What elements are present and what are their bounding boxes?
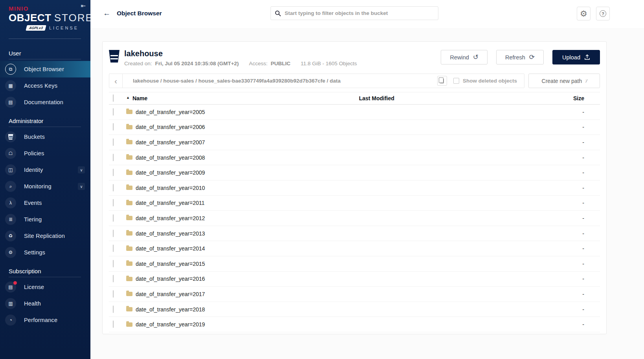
select-all-checkbox[interactable]	[113, 94, 114, 102]
folder-icon	[126, 125, 132, 129]
folder-icon	[126, 292, 132, 296]
folder-icon	[126, 261, 132, 266]
row-checkbox-cell	[109, 215, 126, 222]
sidebar-item-events[interactable]: λEvents	[0, 195, 90, 211]
sidebar-item-access-keys[interactable]: ▦Access Keys	[0, 77, 90, 94]
row-checkbox-cell	[109, 230, 126, 237]
row-checkbox[interactable]	[113, 260, 114, 267]
table-row[interactable]: date_of_transfer_year=2019-	[109, 317, 600, 332]
sidebar-item-identity[interactable]: ◫Identity∨	[0, 162, 90, 178]
bucket-shape	[8, 134, 13, 140]
row-checkbox[interactable]	[113, 320, 114, 328]
row-size-cell: -	[447, 230, 600, 237]
sidebar-collapse-icon[interactable]: ⇤	[81, 2, 86, 9]
created-on-value: Fri, Jul 05 2024 10:35:08 (GMT+2)	[155, 61, 239, 66]
table-row[interactable]: date_of_transfer_year=2007-	[109, 135, 600, 150]
object-name: date_of_transfer_year=2009	[136, 169, 205, 176]
table-row[interactable]: date_of_transfer_year=2015-	[109, 256, 600, 272]
row-checkbox[interactable]	[113, 230, 114, 237]
row-name-cell: date_of_transfer_year=2008	[126, 155, 306, 161]
chevron-down-icon[interactable]: ∨	[78, 166, 85, 173]
filter-objects-searchbox[interactable]	[270, 6, 438, 20]
column-header-last-modified[interactable]: Last Modified	[306, 95, 447, 101]
row-checkbox-cell	[109, 154, 126, 161]
row-checkbox-cell	[109, 245, 126, 252]
column-header-name[interactable]: ▲ Name	[126, 95, 306, 101]
upload-button-label: Upload	[562, 54, 580, 61]
table-row[interactable]: date_of_transfer_year=2006-	[109, 120, 600, 135]
row-checkbox[interactable]	[113, 123, 114, 131]
row-checkbox[interactable]	[113, 214, 114, 222]
row-checkbox[interactable]	[113, 290, 114, 298]
column-header-size[interactable]: Size	[447, 95, 600, 101]
sidebar-section-subscription: Subscription	[0, 261, 90, 277]
row-checkbox[interactable]	[113, 306, 114, 313]
table-row[interactable]: date_of_transfer_year=2011-	[109, 196, 600, 211]
folder-icon	[126, 231, 132, 236]
row-checkbox[interactable]	[113, 275, 114, 282]
topbar: ← Object Browser ⚙ ?	[90, 0, 644, 28]
table-row[interactable]: date_of_transfer_year=2005-	[109, 105, 600, 120]
sidebar-nav: User⧉Object Browser▦Access Keys▤Document…	[0, 43, 90, 328]
object-name: date_of_transfer_year=2016	[136, 276, 205, 282]
upload-button[interactable]: Upload	[552, 50, 600, 64]
sidebar-item-health[interactable]: ▥Health	[0, 295, 90, 312]
sidebar-item-license[interactable]: ▤License	[0, 279, 90, 295]
sidebar-item-settings[interactable]: ⚙Settings	[0, 244, 90, 261]
rewind-button[interactable]: Rewind ↺	[441, 50, 488, 64]
sidebar-item-buckets[interactable]: Buckets	[0, 129, 90, 145]
breadcrumb[interactable]: lakehouse / house-sales / house_sales-ba…	[123, 78, 437, 84]
refresh-button[interactable]: Refresh ⟳	[496, 50, 544, 64]
sidebar-item-policies[interactable]: ☖Policies	[0, 145, 90, 162]
back-arrow-icon[interactable]: ←	[103, 9, 110, 17]
path-back-chevron[interactable]: ‹	[109, 74, 123, 88]
settings-button[interactable]: ⚙	[577, 7, 591, 20]
sidebar-item-documentation[interactable]: ▤Documentation	[0, 94, 90, 110]
create-new-path-button[interactable]: Create new path ∶∕	[528, 74, 600, 88]
row-checkbox[interactable]	[113, 169, 114, 176]
sidebar-item-site-replication[interactable]: ♻Site Replication	[0, 228, 90, 244]
table-row[interactable]: date_of_transfer_year=2010-	[109, 180, 600, 196]
row-checkbox[interactable]	[113, 138, 114, 146]
table-row[interactable]: date_of_transfer_year=2012-	[109, 211, 600, 226]
folder-icon	[126, 307, 132, 311]
sidebar-item-tiering[interactable]: ≣Tiering	[0, 211, 90, 228]
table-row[interactable]: date_of_transfer_year=2009-	[109, 165, 600, 180]
copy-icon	[440, 79, 444, 83]
row-checkbox[interactable]	[113, 184, 114, 191]
sidebar-item-label: License	[24, 284, 85, 290]
sidebar-item-object-browser[interactable]: ⧉Object Browser	[0, 61, 90, 77]
help-button[interactable]: ?	[596, 7, 610, 20]
bucket-meta: Created on: Fri, Jul 05 2024 10:35:08 (G…	[124, 61, 441, 66]
row-checkbox[interactable]	[113, 245, 114, 252]
table-row[interactable]: date_of_transfer_year=2008-	[109, 150, 600, 166]
row-checkbox-cell	[109, 184, 126, 191]
table-row[interactable]: date_of_transfer_year=2018-	[109, 302, 600, 317]
row-checkbox-cell	[109, 321, 126, 328]
folder-icon	[126, 201, 132, 205]
row-size-cell: -	[447, 215, 600, 221]
bucket-name: lakehouse	[124, 49, 441, 58]
folder-icon	[126, 247, 132, 251]
show-deleted-checkbox[interactable]	[453, 78, 459, 84]
table-row[interactable]: date_of_transfer_year=2017-	[109, 287, 600, 302]
show-deleted-toggle[interactable]: Show deleted objects	[453, 78, 517, 84]
row-checkbox[interactable]	[113, 199, 114, 206]
table-row[interactable]: date_of_transfer_year=2014-	[109, 241, 600, 256]
notification-dot	[13, 281, 17, 285]
row-checkbox[interactable]	[113, 108, 114, 116]
search-input[interactable]	[285, 10, 434, 16]
row-checkbox[interactable]	[113, 154, 114, 161]
logo-divider	[9, 39, 81, 39]
rewind-button-label: Rewind	[450, 54, 469, 61]
identity-card-icon: ◫	[5, 164, 16, 175]
sidebar-item-performance[interactable]: ◔Performance	[0, 312, 90, 328]
chevron-down-icon[interactable]: ∨	[78, 183, 85, 190]
wordmark-store: STORE	[54, 12, 90, 24]
refresh-icon: ⟳	[529, 54, 535, 61]
table-row[interactable]: date_of_transfer_year=2016-	[109, 272, 600, 287]
table-row[interactable]: date_of_transfer_year=2013-	[109, 226, 600, 241]
sidebar-item-monitoring[interactable]: ⌕Monitoring∨	[0, 178, 90, 195]
refresh-button-label: Refresh	[505, 54, 525, 61]
copy-path-button[interactable]	[437, 76, 447, 86]
